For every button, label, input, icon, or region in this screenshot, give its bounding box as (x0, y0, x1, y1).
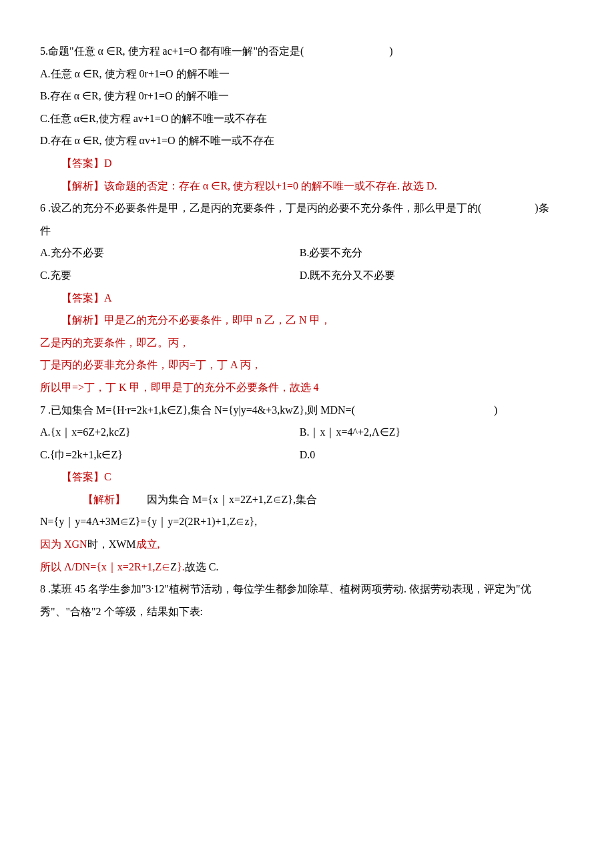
q5-explanation: 【解析】该命题的否定：存在 α ∈R, 使方程以+1=0 的解不唯一或不存在. … (40, 175, 581, 197)
q7-exp3-a: 因为 XGN (40, 533, 87, 556)
q5-stem: 5.命题"任意 α ∈R, 使方程 ac+1=O 都有唯一解"的否定是( ) (40, 40, 581, 63)
q8-line1: 8 .某班 45 名学生参加"3·12"植树节活动，每位学生都参加除草、植树两项… (40, 578, 581, 600)
q8-line2: 秀"、"合格"2 个等级，结果如下表: (40, 600, 581, 623)
q7-explanation-3: 因为 XGN 时，XWM 成立, (40, 533, 581, 556)
q5-option-d: D.存在 α ∈R, 使方程 αv+1=O 的解不唯一或不存在 (40, 129, 581, 152)
q7-exp4-b: Z (170, 556, 177, 578)
q7-option-a: A.{x｜x=6Z+2,kcZ} (40, 421, 300, 444)
q7-exp3-c: XWM (109, 533, 136, 556)
q7-exp1-label: 【解析】 (61, 488, 125, 511)
q7-explanation-4: 所以 Λ/DN={x｜x=2R+1,Z∈Z}. 故选 C. (40, 556, 581, 578)
q7-explanation-1: 【解析】因为集合 M={x｜x=2Z+1,Z∈Z},集合 (40, 488, 581, 511)
q7-exp3-b: 时， (87, 533, 109, 556)
q7-option-d: D.0 (300, 444, 581, 466)
q7-options-row1: A.{x｜x=6Z+2,kcZ} B.｜x｜x=4^+2,Λ∈Z} (40, 421, 581, 444)
q7-option-c: C.{巾=2k+1,k∈Z} (40, 444, 300, 466)
q6-options-row2: C.充要 D.既不充分又不必要 (40, 264, 581, 287)
q6-explanation-1: 【解析】甲是乙的充分不必要条件，即甲 n 乙，乙 N 甲， (40, 309, 581, 332)
q7-exp3-d: 成立, (136, 533, 160, 556)
q6-stem-line1: 6 .设乙的充分不必要条件是甲，乙是丙的充要条件，丁是丙的必要不充分条件，那么甲… (40, 197, 581, 220)
q5-answer: 【答案】D (40, 152, 581, 175)
q6-answer: 【答案】A (40, 287, 581, 310)
q6-stem-line2: 件 (40, 220, 581, 242)
q7-option-b: B.｜x｜x=4^+2,Λ∈Z} (300, 421, 581, 444)
q7-exp4-c: }. (177, 556, 185, 578)
q6-option-c: C.充要 (40, 264, 300, 287)
q7-exp4-a: 所以 Λ/DN={x｜x=2R+1,Z∈ (40, 556, 170, 578)
q7-stem: 7 .已知集合 M={H·r=2k+1,k∈Z},集合 N={y|y=4&+3,… (40, 399, 581, 422)
q7-exp1-text: 因为集合 M={x｜x=2Z+1,Z∈Z},集合 (125, 488, 317, 511)
q5-option-a: A.任意 α ∈R, 使方程 0r+1=O 的解不唯一 (40, 63, 581, 85)
q6-explanation-2: 乙是丙的充要条件，即乙。丙， (40, 332, 581, 354)
q7-exp4-d: 故选 C. (185, 556, 219, 578)
q5-option-c: C.任意 α∈R,使方程 av+1=O 的解不唯一或不存在 (40, 107, 581, 130)
q6-explanation-3: 丁是丙的必要非充分条件，即丙=丁，丁 A 丙， (40, 354, 581, 376)
q7-explanation-2: N={y｜y=4A+3M∈Z}={y｜y=2(2R+1)+1,Z∈z}, (40, 510, 581, 533)
q6-option-a: A.充分不必要 (40, 242, 300, 264)
q6-option-b: B.必要不充分 (300, 242, 581, 264)
q6-option-d: D.既不充分又不必要 (300, 264, 581, 287)
q6-options-row1: A.充分不必要 B.必要不充分 (40, 242, 581, 264)
q5-option-b: B.存在 α ∈R, 使方程 0r+1=O 的解不唯一 (40, 85, 581, 107)
q7-answer: 【答案】C (40, 466, 581, 488)
q6-explanation-4: 所以甲=>丁，丁 K 甲，即甲是丁的充分不必要条件，故选 4 (40, 376, 581, 399)
q7-options-row2: C.{巾=2k+1,k∈Z} D.0 (40, 444, 581, 466)
